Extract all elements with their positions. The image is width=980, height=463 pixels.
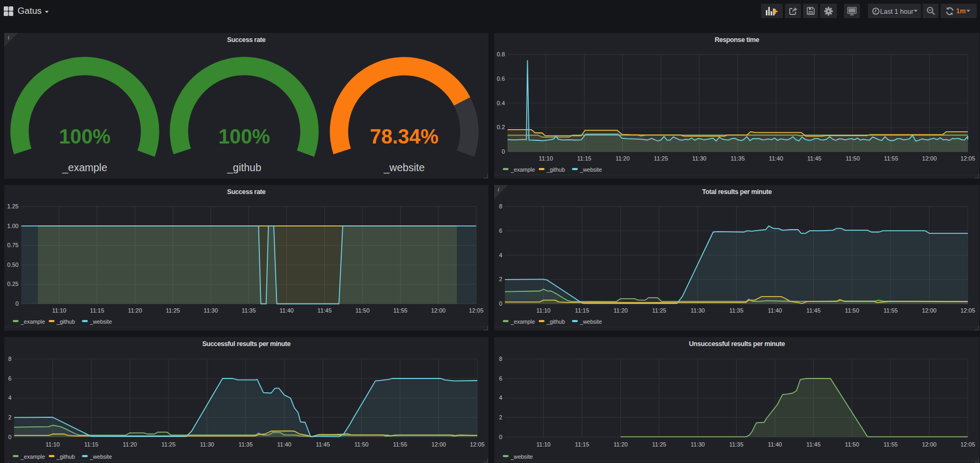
svg-text:11:50: 11:50 [845, 441, 859, 448]
svg-text:_example: _example [510, 318, 535, 325]
svg-text:4: 4 [499, 252, 502, 258]
svg-text:11:20: 11:20 [123, 441, 137, 448]
svg-text:12:00: 12:00 [922, 155, 937, 162]
svg-text:12:00: 12:00 [432, 441, 446, 448]
svg-text:11:10: 11:10 [536, 307, 551, 314]
svg-text:2: 2 [499, 414, 502, 420]
svg-text:12:05: 12:05 [960, 441, 975, 448]
svg-text:11:15: 11:15 [575, 307, 589, 314]
svg-text:11:35: 11:35 [731, 155, 745, 162]
svg-text:11:50: 11:50 [846, 155, 860, 162]
svg-text:11:40: 11:40 [277, 441, 292, 448]
svg-text:11:45: 11:45 [317, 307, 332, 314]
svg-text:11:55: 11:55 [393, 441, 407, 448]
svg-text:_github: _github [227, 162, 261, 174]
svg-text:11:40: 11:40 [768, 307, 782, 314]
svg-text:100%: 100% [218, 125, 270, 148]
svg-text:12:05: 12:05 [469, 307, 484, 314]
svg-text:2: 2 [8, 414, 11, 420]
svg-text:11:35: 11:35 [729, 307, 744, 314]
svg-text:11:45: 11:45 [807, 155, 822, 162]
svg-text:11:55: 11:55 [883, 307, 898, 314]
svg-text:_website: _website [89, 453, 112, 460]
svg-text:4: 4 [8, 394, 11, 401]
svg-text:0: 0 [499, 300, 502, 307]
svg-text:_website: _website [579, 166, 602, 173]
svg-text:11:10: 11:10 [46, 441, 60, 448]
svg-text:11:20: 11:20 [613, 307, 628, 314]
svg-text:11:55: 11:55 [393, 307, 408, 314]
svg-text:1.25: 1.25 [7, 203, 19, 209]
svg-text:11:25: 11:25 [654, 155, 668, 162]
svg-text:11:10: 11:10 [52, 307, 66, 314]
svg-text:11:30: 11:30 [691, 307, 705, 314]
svg-text:0: 0 [502, 148, 505, 155]
svg-text:11:55: 11:55 [883, 441, 898, 448]
svg-text:0.2: 0.2 [497, 124, 505, 130]
svg-text:0.4: 0.4 [497, 100, 505, 106]
svg-text:_github: _github [56, 318, 75, 325]
svg-text:11:30: 11:30 [691, 441, 705, 448]
svg-text:0.75: 0.75 [7, 242, 19, 248]
svg-text:_example: _example [510, 166, 535, 173]
svg-text:0.25: 0.25 [7, 281, 19, 287]
svg-text:_github: _github [546, 318, 565, 325]
svg-text:8: 8 [499, 203, 502, 209]
svg-text:_github: _github [56, 453, 75, 460]
svg-text:4: 4 [499, 394, 502, 401]
svg-text:0: 0 [15, 300, 19, 307]
svg-text:11:30: 11:30 [692, 155, 706, 162]
svg-text:12:05: 12:05 [960, 307, 975, 314]
svg-text:12:05: 12:05 [470, 441, 485, 448]
svg-text:0: 0 [499, 434, 502, 440]
svg-text:11:25: 11:25 [162, 441, 176, 448]
svg-text:11:20: 11:20 [613, 441, 628, 448]
svg-text:11:40: 11:40 [769, 155, 783, 162]
svg-text:11:25: 11:25 [652, 307, 666, 314]
svg-text:8: 8 [499, 356, 502, 362]
svg-text:11:50: 11:50 [354, 441, 369, 448]
svg-text:0.50: 0.50 [7, 262, 19, 268]
svg-text:6: 6 [8, 375, 11, 382]
svg-text:11:15: 11:15 [577, 155, 592, 162]
svg-text:12:00: 12:00 [922, 307, 937, 314]
svg-text:11:30: 11:30 [204, 307, 218, 314]
svg-text:0: 0 [8, 434, 11, 440]
svg-text:6: 6 [499, 228, 502, 234]
svg-text:11:55: 11:55 [884, 155, 898, 162]
svg-text:78.34%: 78.34% [370, 125, 438, 148]
svg-text:0.8: 0.8 [497, 51, 505, 57]
svg-text:_website: _website [89, 318, 112, 325]
svg-text:11:15: 11:15 [84, 441, 98, 448]
svg-text:11:45: 11:45 [806, 441, 821, 448]
svg-text:6: 6 [499, 375, 502, 382]
svg-text:12:00: 12:00 [922, 441, 937, 448]
svg-text:12:00: 12:00 [431, 307, 446, 314]
svg-text:11:45: 11:45 [316, 441, 330, 448]
svg-text:11:20: 11:20 [128, 307, 142, 314]
svg-text:100%: 100% [59, 125, 111, 148]
svg-text:11:15: 11:15 [90, 307, 104, 314]
svg-text:11:35: 11:35 [239, 441, 253, 448]
svg-text:_github: _github [546, 166, 565, 173]
svg-text:11:10: 11:10 [539, 155, 553, 162]
svg-text:11:10: 11:10 [536, 441, 551, 448]
svg-text:2: 2 [499, 276, 502, 282]
svg-text:8: 8 [8, 356, 11, 362]
svg-text:11:20: 11:20 [615, 155, 630, 162]
svg-text:_example: _example [20, 453, 45, 460]
svg-text:11:35: 11:35 [242, 307, 256, 314]
svg-text:11:45: 11:45 [806, 307, 821, 314]
svg-text:11:30: 11:30 [200, 441, 214, 448]
svg-text:11:50: 11:50 [845, 307, 859, 314]
svg-text:1.00: 1.00 [7, 223, 19, 229]
svg-text:11:25: 11:25 [166, 307, 180, 314]
svg-text:0.6: 0.6 [497, 75, 505, 82]
svg-text:11:40: 11:40 [280, 307, 294, 314]
svg-text:11:15: 11:15 [575, 441, 589, 448]
svg-text:_website: _website [510, 453, 533, 460]
svg-text:_website: _website [383, 162, 425, 174]
svg-text:11:25: 11:25 [652, 441, 666, 448]
svg-text:_example: _example [20, 318, 45, 325]
svg-text:_website: _website [579, 318, 602, 325]
